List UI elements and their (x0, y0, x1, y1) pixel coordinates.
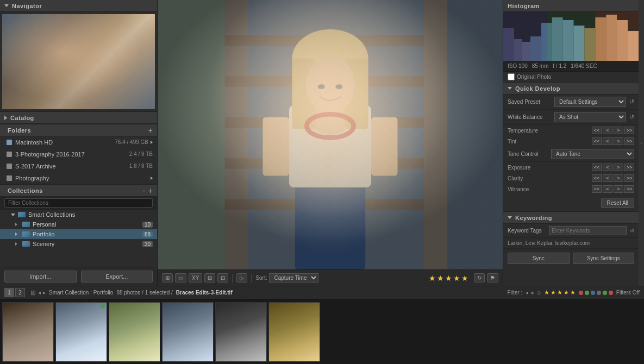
svg-rect-8 (158, 0, 224, 269)
svg-rect-1 (224, 0, 248, 269)
filter-stars[interactable]: ★ ★ ★ ★ ★ (544, 289, 576, 296)
tint-minus[interactable]: < (603, 137, 612, 145)
sync-button[interactable]: Sync (508, 253, 570, 264)
clarity-plus-plus[interactable]: >> (624, 174, 634, 182)
collections-filter-input[interactable] (4, 198, 153, 208)
export-button[interactable]: Export... (81, 271, 153, 283)
temp-minus[interactable]: < (603, 127, 612, 134)
grid-view-btn[interactable]: ⊞ (162, 273, 173, 283)
collections-minus-icon[interactable]: - (142, 186, 145, 195)
collection-item-portfolio[interactable]: Portfolio 88 (0, 229, 157, 239)
tone-select[interactable]: Auto Tone (551, 149, 634, 159)
exp-plus[interactable]: > (614, 164, 623, 171)
keyword-tags-label: Keyword Tags (508, 228, 546, 234)
sort-select[interactable]: Capture Time (269, 273, 318, 283)
navigator-section: Navigator (0, 0, 157, 111)
film-thumb-5[interactable] (215, 302, 267, 362)
folder-item-1[interactable]: 3-Photography 2016-2017 2.4 / 8 TB (0, 148, 157, 160)
keywording-header[interactable]: Keywording (503, 212, 639, 224)
import-button[interactable]: Import... (4, 271, 77, 283)
svg-point-19 (307, 114, 353, 137)
filter-prev-icon[interactable]: ◂ (526, 290, 528, 296)
svg-rect-37 (503, 12, 547, 61)
fstar-1: ★ (544, 289, 549, 296)
folder-name-0: Macintosh HD (15, 139, 112, 146)
vib-minus-minus[interactable]: << (592, 185, 602, 193)
dot-3 (591, 291, 595, 295)
collections-add-icon[interactable]: + (148, 186, 153, 195)
tint-plus[interactable]: > (614, 137, 623, 145)
nav-right-icon[interactable]: ▸ (43, 290, 46, 296)
film-thumb-3[interactable] (109, 302, 160, 362)
svg-rect-21 (371, 117, 398, 176)
film-thumb-6[interactable] (268, 302, 320, 362)
exp-plus-plus[interactable]: >> (624, 164, 634, 171)
vib-minus[interactable]: < (603, 185, 612, 193)
tint-plus-plus[interactable]: >> (624, 137, 634, 145)
temp-minus-minus[interactable]: << (592, 127, 602, 134)
filter-next-icon[interactable]: ▸ (532, 290, 534, 296)
thumb-img-5 (216, 303, 266, 361)
wb-select[interactable]: As Shot (554, 112, 626, 122)
exp-minus-minus[interactable]: << (592, 164, 602, 171)
tint-btns: << < > >> (592, 137, 634, 145)
original-photo-label: Original Photo (517, 74, 551, 80)
saved-preset-select[interactable]: Default Settings (554, 97, 626, 107)
film-thumb-4[interactable] (162, 302, 214, 362)
folder-item-2[interactable]: S-2017 Archive 1.8 / 8 TB (0, 160, 157, 172)
svg-point-12 (298, 53, 362, 135)
compare-view-btn[interactable]: XY (189, 273, 202, 283)
page-btn-1[interactable]: 1 (4, 288, 14, 297)
photo-svg (158, 0, 503, 269)
wb-reset-icon[interactable]: ↺ (629, 114, 634, 121)
catalog-header[interactable]: Catalog (0, 112, 157, 124)
exp-minus[interactable]: < (603, 164, 612, 171)
navigator-header[interactable]: Navigator (0, 0, 157, 12)
folder-item-0[interactable]: Macintosh HD 76.4 / 499 GB (0, 136, 157, 148)
svg-rect-4 (224, 76, 424, 86)
survey-view-btn[interactable]: ⊟ (204, 273, 215, 283)
sync-settings-button[interactable]: Sync Settings (573, 253, 635, 264)
nav-left-icon[interactable]: ◂ (38, 290, 41, 296)
collection-item-scenery[interactable]: Scenery 30 (0, 239, 157, 249)
filter-min-icon: ≥ (537, 290, 541, 296)
film-thumb-2[interactable] (55, 302, 107, 362)
folders-header[interactable]: Folders + (0, 124, 157, 136)
svg-rect-22 (158, 0, 503, 269)
folders-add-icon[interactable]: + (148, 126, 153, 135)
histogram-header[interactable]: Histogram (503, 0, 639, 12)
collection-name-scenery: Scenery (33, 241, 54, 247)
right-panel-collapse-btn[interactable]: › (639, 0, 644, 286)
vib-plus-plus[interactable]: >> (624, 185, 634, 193)
original-photo-checkbox[interactable] (508, 73, 515, 80)
slideshow-btn[interactable]: ▷ (236, 273, 247, 283)
saved-preset-reset-icon[interactable]: ↺ (629, 98, 634, 105)
rotate-btn[interactable]: ↻ (474, 273, 485, 283)
grid-btn[interactable]: ⊞ (30, 289, 36, 297)
loupe-view-btn[interactable]: ▭ (175, 273, 186, 283)
clarity-plus[interactable]: > (614, 174, 623, 182)
toolbar-extra-btns: ↻ ⚑ (474, 273, 498, 283)
keyword-reset-icon[interactable]: ↺ (630, 228, 634, 234)
temp-plus[interactable]: > (614, 127, 623, 134)
collection-item-personal[interactable]: Personal 10 (0, 219, 157, 229)
folder-item-3[interactable]: Photography (0, 172, 157, 184)
temp-plus-plus[interactable]: >> (624, 127, 634, 134)
quick-develop-header[interactable]: Quick Develop (503, 83, 639, 95)
flag-btn[interactable]: ⚑ (487, 273, 498, 283)
star-rating[interactable]: ★ ★ ★ ★ ★ (429, 274, 468, 283)
clarity-minus[interactable]: < (603, 174, 612, 182)
tint-minus-minus[interactable]: << (592, 137, 602, 145)
collections-header[interactable]: Collections - + (0, 185, 157, 197)
clarity-minus-minus[interactable]: << (592, 174, 602, 182)
filter-area: Filter : ◂ ▸ ≥ ★ ★ ★ ★ ★ Filters Off (508, 289, 640, 296)
vib-plus[interactable]: > (614, 185, 623, 193)
people-btn[interactable]: ⊡ (217, 273, 228, 283)
tone-label: Tone Control (508, 151, 551, 157)
keyword-tags-input[interactable] (549, 226, 627, 235)
reset-all-button[interactable]: Reset All (601, 198, 634, 208)
reset-all-area: Reset All (503, 194, 639, 211)
film-thumb-1[interactable] (2, 302, 54, 362)
smart-collections-group[interactable]: Smart Collections (0, 210, 157, 219)
page-btn-2[interactable]: 2 (15, 288, 25, 297)
